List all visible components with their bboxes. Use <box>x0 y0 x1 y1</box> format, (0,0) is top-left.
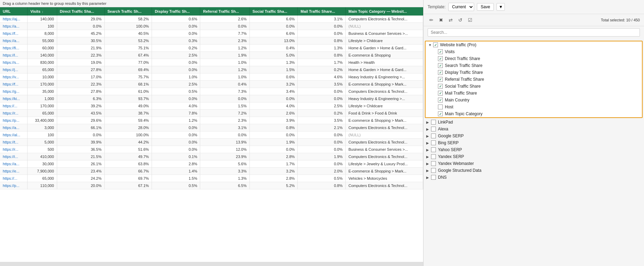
table-row[interactable]: https://i...410,00021.5%49.7%0.1%23.9%2.… <box>0 153 423 160</box>
column-header-search[interactable]: Search Traffic Sh... <box>104 7 152 16</box>
tree-item-display-traffic-share[interactable]: ✓Display Traffic Share <box>435 69 642 76</box>
table-row[interactable]: https://p...33,400,00029.6%59.4%1.2%2.3%… <box>0 117 423 124</box>
checkbox-yandex-serp[interactable] <box>431 154 436 159</box>
cell-search: 69.7% <box>104 175 152 182</box>
cell-url: https://... <box>0 102 28 110</box>
table-row[interactable]: https://...170,00039.2%49.0%4.0%1.5%4.0%… <box>0 102 423 110</box>
table-row[interactable]: https://j...65,00027.8%69.4%0.0%1.2%1.5%… <box>0 66 423 73</box>
table-row[interactable]: https://a...3,00066.1%28.0%0.0%3.1%0.8%2… <box>0 124 423 131</box>
table-row[interactable]: https://ki...1,0006.3%93.7%0.0%0.0%0.0%0… <box>0 95 423 102</box>
tree-item-referral-traffic-share[interactable]: ✓Referral Traffic Share <box>435 76 642 83</box>
checkbox-search-traffic-share[interactable]: ✓ <box>438 63 443 68</box>
search-box <box>428 28 640 37</box>
checkbox-main-topic-category[interactable]: ✓ <box>438 111 443 116</box>
table-row[interactable]: https://t...5,00039.9%44.2%0.0%13.9%1.9%… <box>0 139 423 146</box>
check-icon[interactable]: ☑ <box>466 16 474 24</box>
cell-search: 67.1% <box>104 182 152 189</box>
table-row[interactable]: https://p...110,00020.0%67.1%0.5%6.5%5.2… <box>0 182 423 189</box>
checkbox-main-country[interactable]: ✓ <box>438 98 443 102</box>
tree-group-header-bing-serp[interactable]: ▶Bing SERP <box>423 139 644 146</box>
table-row[interactable]: https://a...30,00026.1%63.8%2.8%5.6%1.7%… <box>0 160 423 168</box>
cell-url: https://aj... <box>0 16 28 23</box>
column-header-direct[interactable]: Direct Traffic Sha... <box>57 7 104 16</box>
table-row[interactable]: https://f...8,00045.2%40.5%0.0%7.7%6.6%0… <box>0 30 423 37</box>
column-header-topic[interactable]: Main Topic Category — Websit... <box>346 7 423 16</box>
cell-display: 0.0% <box>152 23 200 30</box>
checkbox-dns[interactable] <box>431 175 436 180</box>
tree-group-header-google-structured-data[interactable]: ▶Google Structured Data <box>423 167 644 174</box>
split-icon[interactable]: ⇄ <box>447 16 454 24</box>
tree-group-header-yandex-serp[interactable]: ▶Yandex SERP <box>423 153 644 160</box>
tree-group-header-yahoo-serp[interactable]: ▶Yahoo SERP <box>423 146 644 153</box>
item-label-display-traffic-share: Display Traffic Share <box>445 70 483 75</box>
horizontal-scrollbar[interactable] <box>0 262 423 266</box>
tree-item-visits[interactable]: ✓Visits <box>435 48 642 55</box>
cell-search: 100.0% <box>104 23 152 30</box>
cell-direct: 17.0% <box>57 73 104 81</box>
cell-mail: 2.1% <box>298 124 346 131</box>
tree-group-header-dns[interactable]: ▶DNS <box>423 174 644 181</box>
checkbox-host[interactable] <box>438 105 443 109</box>
checkbox-social-traffic-share[interactable]: ✓ <box>438 84 443 89</box>
cell-referral: 0.0% <box>200 23 249 30</box>
cell-direct: 27.8% <box>57 66 104 73</box>
save-dropdown-button[interactable]: ▼ <box>497 3 505 11</box>
tree-item-mail-traffic-share[interactable]: ✓Mail Traffic Share <box>435 90 642 97</box>
table-row[interactable]: https://a...55,00030.5%53.2%0.3%2.3%13.0… <box>0 37 423 45</box>
column-header-url[interactable]: URL <box>0 7 28 16</box>
checkbox-direct-traffic-share[interactable]: ✓ <box>438 56 443 61</box>
tree-item-host[interactable]: Host <box>435 104 642 110</box>
undo-icon[interactable]: ↺ <box>457 16 464 24</box>
cell-visits: 170,000 <box>28 102 57 110</box>
tree-item-main-country[interactable]: ✓Main Country <box>435 97 642 104</box>
checkbox-referral-traffic-share[interactable]: ✓ <box>438 77 443 82</box>
cell-visits: 140,000 <box>28 52 57 59</box>
tree-group-header-google-serp[interactable]: ▶Google SERP <box>423 132 644 139</box>
table-row[interactable]: https://f...170,00022.3%68.1%2.5%0.4%3.2… <box>0 81 423 88</box>
table-row[interactable]: https://aj...140,00029.0%58.2%0.6%2.6%6.… <box>0 16 423 23</box>
checkbox-visits[interactable]: ✓ <box>438 49 443 54</box>
table-row[interactable]: https://s...830,00019.0%77.0%0.0%1.0%1.3… <box>0 59 423 66</box>
table-row[interactable]: https://e...7,900,00023.4%66.7%1.4%3.3%3… <box>0 168 423 175</box>
cell-social: 5.0% <box>249 52 298 59</box>
checkbox-linkpad[interactable] <box>431 120 436 125</box>
checkbox-bing-serp[interactable] <box>431 140 436 145</box>
table-row[interactable]: https://fi...60,00021.9%75.1%0.2%1.2%0.4… <box>0 45 423 52</box>
column-header-visits[interactable]: Visits↕ <box>28 7 57 16</box>
table-row[interactable]: https://al...1000.0%100.0%0.0%0.0%0.0%0.… <box>0 131 423 139</box>
table-row[interactable]: https://v...10,00017.0%75.7%1.0%1.0%0.6%… <box>0 73 423 81</box>
checkbox-website-traffic[interactable]: ✓ <box>433 42 438 47</box>
pencil-icon[interactable]: ✏ <box>428 16 435 24</box>
checkbox-yahoo-serp[interactable] <box>431 147 436 152</box>
table-row[interactable]: https://r...65,00043.5%38.7%7.8%7.2%2.6%… <box>0 110 423 117</box>
column-header-display[interactable]: Display Traffic Sh... <box>152 7 200 16</box>
tree-group-header-website-traffic[interactable]: ▼✓Website traffic (Pro) <box>426 41 642 48</box>
tree-item-search-traffic-share[interactable]: ✓Search Traffic Share <box>435 62 642 69</box>
checkbox-yandex-webmaster[interactable] <box>431 161 436 166</box>
column-header-referral[interactable]: Referral Traffic Sh... <box>200 7 249 16</box>
column-header-mail[interactable]: Mail Traffic Share... <box>298 7 346 16</box>
save-button[interactable]: Save <box>477 3 494 11</box>
table-row[interactable]: https://g...35,00027.8%61.0%0.5%7.3%3.4%… <box>0 88 423 95</box>
tree-group-header-alexa[interactable]: ▶Alexa <box>423 126 644 132</box>
table-row[interactable]: https://...65,00024.2%69.7%1.5%1.3%2.8%0… <box>0 175 423 182</box>
checkbox-alexa[interactable] <box>431 127 436 131</box>
table-row[interactable]: https://a...1000.0%100.0%0.0%0.0%0.0%0.0… <box>0 23 423 30</box>
tree-item-social-traffic-share[interactable]: ✓Social Traffic Share <box>435 83 642 90</box>
table-row[interactable]: https://r...50036.5%51.6%0.0%12.0%0.0%0.… <box>0 146 423 153</box>
template-select[interactable]: Current <box>448 3 474 11</box>
tree-group-header-linkpad[interactable]: ▶LinkPad <box>423 119 644 126</box>
checkbox-google-serp[interactable] <box>431 134 436 138</box>
cell-visits: 170,000 <box>28 81 57 88</box>
tree-item-direct-traffic-share[interactable]: ✓Direct Traffic Share <box>435 55 642 62</box>
search-input[interactable] <box>428 28 640 37</box>
column-header-social[interactable]: Social Traffic Sha... <box>249 7 298 16</box>
tree-group-header-yandex-webmaster[interactable]: ▶Yandex Webmaster <box>423 160 644 167</box>
checkbox-google-structured-data[interactable] <box>431 168 436 173</box>
tree-item-main-topic-category[interactable]: ✓Main Topic Category <box>435 110 642 117</box>
table-row[interactable]: https://l...140,00022.3%67.4%2.5%1.9%5.0… <box>0 52 423 59</box>
checkbox-display-traffic-share[interactable]: ✓ <box>438 70 443 75</box>
checkbox-mail-traffic-share[interactable]: ✓ <box>438 91 443 96</box>
group-label-yandex-webmaster: Yandex Webmaster <box>438 161 474 166</box>
move-icon[interactable]: ✖ <box>437 16 445 24</box>
